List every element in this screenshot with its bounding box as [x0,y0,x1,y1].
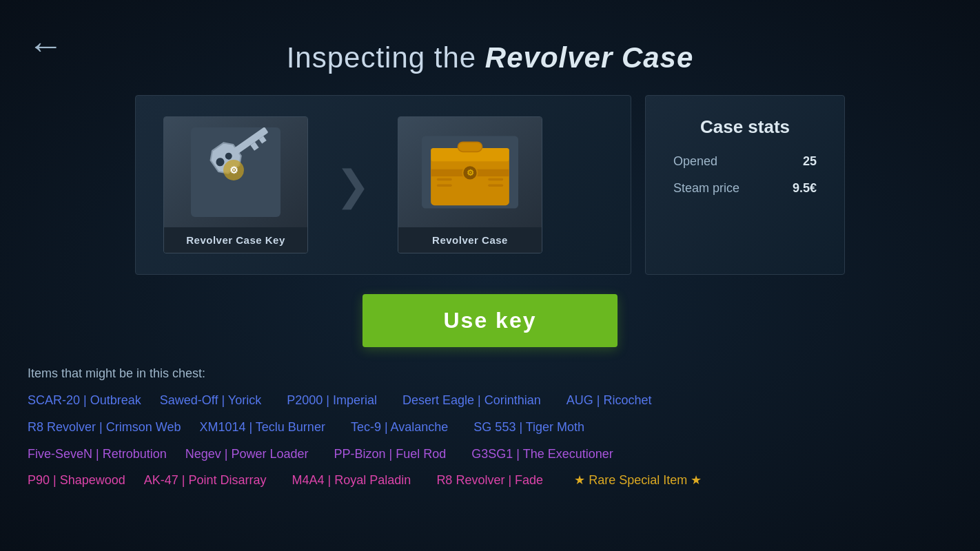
key-item-card: ⚙ Revolver Case Key [163,116,308,253]
svg-rect-10 [431,157,509,205]
svg-rect-16 [437,178,452,181]
main-content: ⚙ Revolver Case Key ❯ [0,95,980,275]
list-item: Five-SeveN | Retrobution [28,447,167,461]
list-item: G3SG1 | The Executioner [471,447,613,461]
list-item: Desert Eagle | Corinthian [402,393,541,407]
svg-rect-18 [437,185,452,187]
chevron-divider-icon: ❯ [322,161,384,209]
items-row-1: SCAR-20 | Outbreak Sawed-Off | Yorick P2… [28,391,952,410]
back-button[interactable]: ← [28,28,63,63]
items-list-section: Items that might be in this chest: SCAR-… [0,347,980,511]
svg-rect-13 [458,142,482,152]
case-item-card: ⚙ Revolver Case [398,116,542,253]
items-panel: ⚙ Revolver Case Key ❯ [135,95,631,275]
svg-rect-19 [488,185,503,187]
stats-panel: Case stats Opened 25 Steam price 9.5€ [645,95,845,275]
price-stat-row: Steam price 9.5€ [673,181,817,196]
svg-text:⚙: ⚙ [229,165,238,176]
price-value: 9.5€ [793,181,817,196]
list-item: SG 553 | Tiger Moth [473,420,584,434]
items-row-3: Five-SeveN | Retrobution Negev | Power L… [28,444,952,464]
list-item: AUG | Ricochet [566,393,652,407]
svg-text:⚙: ⚙ [467,168,474,178]
list-item: SCAR-20 | Outbreak [28,393,141,407]
stats-title: Case stats [673,116,817,138]
case-item-label: Revolver Case [398,227,542,253]
list-item: Negev | Power Loader [185,447,309,461]
opened-label: Opened [673,154,717,169]
title-case-name: Revolver Case [485,41,694,74]
list-item: R8 Revolver | Crimson Web [28,420,181,434]
key-item-label: Revolver Case Key [164,227,307,253]
list-item: P2000 | Imperial [287,393,377,407]
page-title: Inspecting the Revolver Case [0,0,980,74]
key-item-image: ⚙ [164,117,307,227]
case-item-image: ⚙ [398,117,542,227]
svg-rect-17 [488,178,503,181]
price-label: Steam price [673,181,739,196]
list-item: XM1014 | Teclu Burner [199,420,325,434]
items-row-4: P90 | Shapewood AK-47 | Point Disarray M… [28,470,952,490]
list-item: PP-Bizon | Fuel Rod [334,447,447,461]
list-item: R8 Revolver | Fade [436,473,543,487]
items-list-header: Items that might be in this chest: [28,366,952,381]
title-prefix: Inspecting the [287,41,485,74]
rare-special-item-label: ★ Rare Special Item ★ [574,473,702,487]
opened-stat-row: Opened 25 [673,154,817,169]
list-item: P90 | Shapewood [28,473,125,487]
use-key-button[interactable]: Use key [363,294,617,347]
items-row-2: R8 Revolver | Crimson Web XM1014 | Teclu… [28,417,952,437]
list-item: AK-47 | Point Disarray [144,473,267,487]
list-item: M4A4 | Royal Paladin [292,473,411,487]
list-item: Tec-9 | Avalanche [351,420,448,434]
opened-value: 25 [803,154,817,169]
list-item: Sawed-Off | Yorick [160,393,261,407]
